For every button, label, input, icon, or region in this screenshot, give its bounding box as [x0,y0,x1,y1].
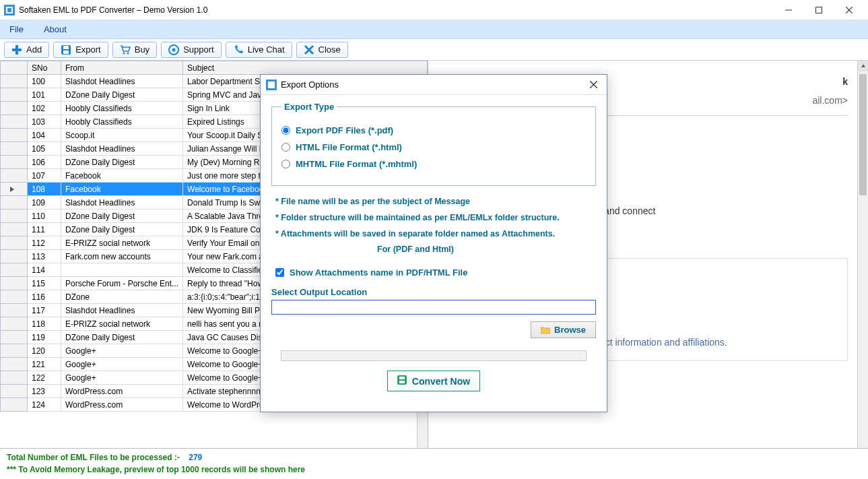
folder-icon [541,326,550,334]
cell-from: Google+ [61,371,183,385]
close-window-button[interactable] [834,1,864,20]
cell-from: E-PRIZZ social network [61,236,183,250]
output-location-label: Select Output Location [271,287,596,297]
col-from[interactable]: From [61,61,183,75]
scroll-up-icon[interactable] [858,61,868,71]
svg-rect-23 [399,377,405,379]
dialog-titlebar[interactable]: Export Options [261,75,607,95]
cell-from: Google+ [61,358,183,371]
app-icon [4,5,15,15]
row-indicator [1,236,28,250]
svg-point-15 [172,48,176,51]
dialog-close-button[interactable] [585,77,601,93]
row-indicator [1,398,28,412]
row-indicator [1,223,28,236]
progress-bar [281,350,587,361]
scroll-thumb[interactable] [859,74,867,195]
cell-from: DZone Daily Digest [61,223,183,236]
cell-from: E-PRIZZ social network [61,317,183,331]
radio-mhtml-label[interactable]: MHTML File Format (*.mhtml) [296,159,417,169]
convert-label: Convert Now [412,376,470,387]
cell-sno: 101 [28,88,61,102]
chk-show-attachments-label[interactable]: Show Attachments name in PDF/HTML File [290,267,467,278]
export-type-group: Export Type Export PDF Files (*.pdf) HTM… [271,102,596,186]
row-indicator [1,385,28,398]
close-label: Close [319,44,341,55]
cell-sno: 109 [28,196,61,210]
radio-pdf[interactable] [281,126,290,135]
close-icon [304,44,314,55]
cell-sno: 122 [28,371,61,385]
menu-file[interactable]: File [5,22,28,37]
status-total-label: Total Number of EML Files to be processe… [7,453,180,462]
support-icon [168,44,179,55]
svg-point-13 [127,52,129,54]
buy-button[interactable]: Buy [112,42,157,58]
row-indicator [1,88,28,102]
cell-sno: 115 [28,277,61,290]
chk-show-attachments[interactable] [275,268,284,277]
menubar: File About [0,20,868,39]
cart-icon [120,44,131,55]
cell-sno: 114 [28,263,61,277]
svg-rect-19 [268,82,275,88]
dialog-icon [266,79,277,90]
output-location-input[interactable] [271,300,596,315]
cell-sno: 110 [28,210,61,223]
cell-from: Facebook [61,183,183,196]
row-indicator [1,344,28,358]
phone-icon [233,44,244,55]
buy-label: Buy [135,44,149,55]
export-button[interactable]: Export [53,42,108,58]
radio-html[interactable] [281,143,290,152]
preview-scrollbar[interactable] [857,61,868,448]
cell-sno: 113 [28,250,61,263]
export-type-legend: Export Type [281,102,337,112]
cell-sno: 107 [28,169,61,183]
cell-from: DZone Daily Digest [61,88,183,102]
col-sno[interactable]: SNo [28,61,61,75]
cell-from: WordPress.com [61,398,183,412]
row-indicator [1,358,28,371]
row-indicator [1,129,28,142]
row-indicator [1,250,28,263]
cell-sno: 120 [28,344,61,358]
livechat-button[interactable]: Live Chat [226,42,292,58]
cell-sno: 104 [28,129,61,142]
cell-sno: 117 [28,304,61,317]
radio-html-label[interactable]: HTML File Format (*.html) [296,142,402,152]
menu-about[interactable]: About [40,22,71,37]
browse-button[interactable]: Browse [531,321,596,338]
window-title: Softaken EML to PDF Converter – Demo Ver… [19,5,773,15]
cell-from: Fark.com new accounts [61,250,183,263]
support-button[interactable]: Support [161,42,222,58]
radio-mhtml[interactable] [281,160,290,168]
note-2: * Folder structure will be maintained as… [275,210,596,226]
livechat-label: Live Chat [248,44,285,55]
row-indicator [1,210,28,223]
export-options-dialog: Export Options Export Type Export PDF Fi… [260,74,607,412]
maximize-button[interactable] [803,1,834,20]
cell-from: Facebook [61,169,183,183]
radio-pdf-label[interactable]: Export PDF Files (*.pdf) [296,125,393,135]
cell-sno: 116 [28,290,61,304]
add-label: Add [26,44,42,55]
add-button[interactable]: Add [4,42,49,58]
col-subject[interactable]: Subject [183,61,428,75]
titlebar: Softaken EML to PDF Converter – Demo Ver… [0,0,868,20]
cell-from: Slashdot Headlines [61,142,183,156]
svg-rect-8 [12,49,22,51]
cell-sno: 106 [28,156,61,169]
cell-sno: 105 [28,142,61,156]
cell-sno: 103 [28,115,61,129]
cell-sno: 121 [28,358,61,371]
cell-from: Google+ [61,344,183,358]
svg-rect-11 [63,51,69,54]
row-indicator [1,183,28,196]
cell-from: Scoop.it [61,129,183,142]
cell-sno: 119 [28,331,61,344]
minimize-button[interactable] [773,1,803,20]
row-indicator [1,102,28,115]
convert-now-button[interactable]: Convert Now [387,371,480,391]
close-button[interactable]: Close [296,42,348,58]
